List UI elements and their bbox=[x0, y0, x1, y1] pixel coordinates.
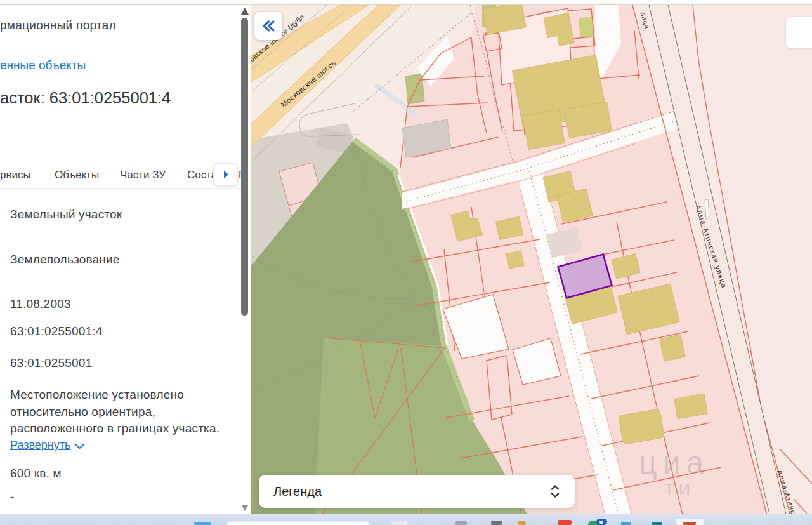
svg-text:ти: ти bbox=[664, 475, 695, 500]
